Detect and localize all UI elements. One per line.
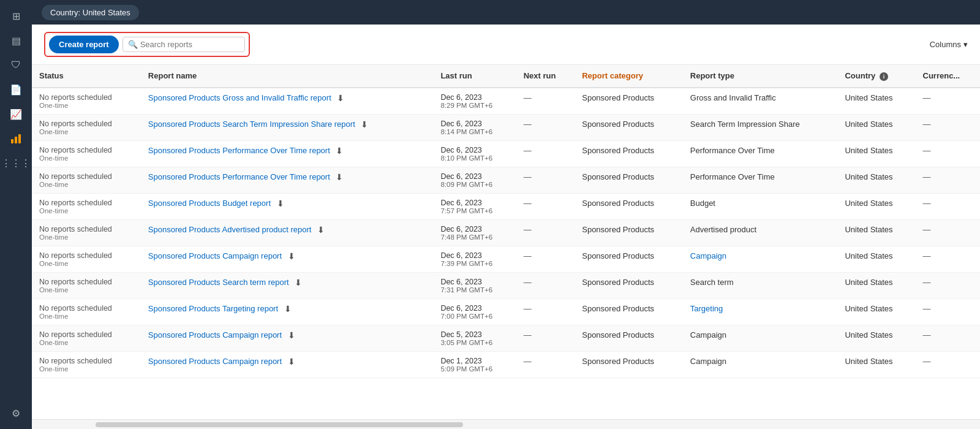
currency-cell: — xyxy=(916,167,980,193)
sidebar-item-settings[interactable]: ⚙ xyxy=(5,402,27,424)
country-cell: United States xyxy=(837,246,915,272)
report-category-cell: Sponsored Products xyxy=(575,325,683,351)
last-run-time: 8:09 PM GMT+6 xyxy=(440,181,508,188)
sidebar-item-bar-chart[interactable] xyxy=(5,127,27,150)
status-text: No reports scheduled xyxy=(39,120,134,128)
country-filter-button[interactable]: Country: United States xyxy=(42,5,139,20)
search-input[interactable] xyxy=(140,40,239,49)
last-run-cell: Dec 6, 2023 7:57 PM GMT+6 xyxy=(433,193,516,219)
col-header-country: Country i xyxy=(837,65,915,88)
report-name-link[interactable]: Sponsored Products Budget report xyxy=(148,199,271,208)
table-row: No reports scheduled One-time Sponsored … xyxy=(32,114,980,140)
currency-cell: — xyxy=(916,325,980,351)
download-icon[interactable]: ⬇ xyxy=(337,93,344,103)
report-category-cell: Sponsored Products xyxy=(575,114,683,140)
report-name-link[interactable]: Sponsored Products Search Term Impressio… xyxy=(148,120,355,129)
frequency-text: One-time xyxy=(39,286,134,294)
currency-cell: — xyxy=(916,88,980,115)
report-type-cell: Performance Over Time xyxy=(683,167,838,193)
download-icon[interactable]: ⬇ xyxy=(277,199,284,208)
status-cell: No reports scheduled One-time xyxy=(32,219,141,246)
next-run-cell: — xyxy=(516,246,575,272)
download-icon[interactable]: ⬇ xyxy=(336,146,343,156)
report-name-cell: Sponsored Products Campaign report ⬇ xyxy=(141,246,434,272)
status-cell: No reports scheduled One-time xyxy=(32,140,141,167)
report-name-link[interactable]: Sponsored Products Performance Over Time… xyxy=(148,146,330,155)
report-name-link[interactable]: Sponsored Products Campaign report xyxy=(148,251,282,260)
reports-table-container[interactable]: Status Report name Last run Next run Rep… xyxy=(32,65,980,419)
download-icon[interactable]: ⬇ xyxy=(361,120,368,129)
report-type-cell: Targeting xyxy=(683,298,838,325)
sidebar-item-chart[interactable]: 📈 xyxy=(5,103,27,125)
currency-cell: — xyxy=(916,272,980,298)
table-row: No reports scheduled One-time Sponsored … xyxy=(32,298,980,325)
currency-cell: — xyxy=(916,140,980,167)
download-icon[interactable]: ⬇ xyxy=(317,225,325,235)
report-name-link[interactable]: Sponsored Products Advertised product re… xyxy=(148,225,312,234)
report-name-cell: Sponsored Products Campaign report ⬇ xyxy=(141,351,434,378)
columns-chevron-icon: ▾ xyxy=(963,40,968,49)
svg-rect-1 xyxy=(15,137,17,143)
next-run-cell: — xyxy=(516,325,575,351)
report-name-cell: Sponsored Products Performance Over Time… xyxy=(141,140,434,167)
report-name-link[interactable]: Sponsored Products Search term report xyxy=(148,278,289,287)
horizontal-scrollbar[interactable] xyxy=(32,419,980,429)
last-run-date: Dec 6, 2023 xyxy=(440,120,508,128)
report-name-link[interactable]: Sponsored Products Performance Over Time… xyxy=(148,172,330,181)
col-header-currency: Currenc... xyxy=(916,65,980,88)
last-run-time: 7:39 PM GMT+6 xyxy=(440,260,508,267)
country-cell: United States xyxy=(837,298,915,325)
download-icon[interactable]: ⬇ xyxy=(295,278,302,287)
status-text: No reports scheduled xyxy=(39,251,134,260)
sidebar-item-document[interactable]: 📄 xyxy=(5,78,27,101)
next-run-cell: — xyxy=(516,167,575,193)
last-run-time: 7:48 PM GMT+6 xyxy=(440,233,508,241)
report-name-cell: Sponsored Products Search Term Impressio… xyxy=(141,114,434,140)
create-report-highlight: Create report 🔍 xyxy=(44,32,250,57)
sidebar-item-apps[interactable]: ⋮⋮⋮ xyxy=(5,152,27,174)
report-category-cell: Sponsored Products xyxy=(575,246,683,272)
report-name-link[interactable]: Sponsored Products Gross and Invalid Tra… xyxy=(148,93,331,102)
report-category-cell: Sponsored Products xyxy=(575,219,683,246)
last-run-date: Dec 6, 2023 xyxy=(440,225,508,233)
svg-rect-2 xyxy=(18,134,21,143)
status-text: No reports scheduled xyxy=(39,225,134,233)
report-type-cell: Performance Over Time xyxy=(683,140,838,167)
report-name-link[interactable]: Sponsored Products Campaign report xyxy=(148,330,282,340)
create-report-button[interactable]: Create report xyxy=(49,36,119,53)
toolbar: Create report 🔍 Columns ▾ xyxy=(32,25,980,65)
top-bar: Country: United States xyxy=(32,0,980,25)
status-cell: No reports scheduled One-time xyxy=(32,193,141,219)
search-box: 🔍 xyxy=(123,37,245,52)
report-name-link[interactable]: Sponsored Products Targeting report xyxy=(148,304,278,313)
sidebar-item-shield[interactable]: 🛡 xyxy=(5,54,27,76)
status-text: No reports scheduled xyxy=(39,172,134,181)
download-icon[interactable]: ⬇ xyxy=(288,330,295,340)
download-icon[interactable]: ⬇ xyxy=(284,304,292,314)
sidebar-item-table[interactable]: ▤ xyxy=(5,29,27,51)
table-row: No reports scheduled One-time Sponsored … xyxy=(32,246,980,272)
frequency-text: One-time xyxy=(39,365,134,373)
download-icon[interactable]: ⬇ xyxy=(336,172,343,182)
country-cell: United States xyxy=(837,140,915,167)
status-cell: No reports scheduled One-time xyxy=(32,114,141,140)
col-header-status: Status xyxy=(32,65,141,88)
status-text: No reports scheduled xyxy=(39,146,134,154)
sidebar-item-grid[interactable]: ⊞ xyxy=(5,5,27,27)
frequency-text: One-time xyxy=(39,339,134,346)
last-run-time: 7:31 PM GMT+6 xyxy=(440,286,508,294)
download-icon[interactable]: ⬇ xyxy=(288,251,295,261)
report-name-cell: Sponsored Products Search term report ⬇ xyxy=(141,272,434,298)
table-row: No reports scheduled One-time Sponsored … xyxy=(32,325,980,351)
report-name-link[interactable]: Sponsored Products Campaign report xyxy=(148,357,282,366)
next-run-cell: — xyxy=(516,272,575,298)
last-run-date: Dec 6, 2023 xyxy=(440,93,508,102)
report-type-link[interactable]: Campaign xyxy=(690,251,726,260)
download-icon[interactable]: ⬇ xyxy=(288,357,295,366)
horizontal-scrollbar-thumb[interactable] xyxy=(96,422,463,427)
columns-button[interactable]: Columns ▾ xyxy=(930,40,968,49)
table-row: No reports scheduled One-time Sponsored … xyxy=(32,167,980,193)
table-header-row: Status Report name Last run Next run Rep… xyxy=(32,65,980,88)
status-text: No reports scheduled xyxy=(39,93,134,102)
report-type-link[interactable]: Targeting xyxy=(690,304,723,313)
